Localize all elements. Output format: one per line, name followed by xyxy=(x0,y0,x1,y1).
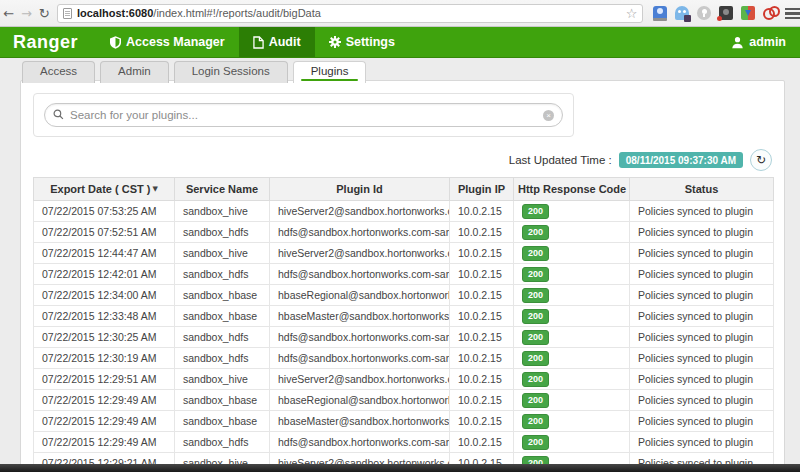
cell-http-response-code: 200 xyxy=(514,264,630,285)
table-header-row: Export Date ( CST )▼ Service Name Plugin… xyxy=(34,178,774,201)
cell-status: Policies synced to plugin xyxy=(630,285,774,306)
response-code-badge: 200 xyxy=(522,372,549,387)
cell-service-name: sandbox_hdfs xyxy=(175,327,270,348)
column-http-response-code: Http Response Code xyxy=(514,178,630,201)
extension-person-icon[interactable] xyxy=(653,6,667,20)
table-row: 07/22/2015 12:30:25 AM sandbox_hdfs hdfs… xyxy=(34,327,774,348)
cell-status: Policies synced to plugin xyxy=(630,390,774,411)
column-status: Status xyxy=(630,178,774,201)
cell-export-date: 07/22/2015 12:30:25 AM xyxy=(34,327,175,348)
response-code-badge: 200 xyxy=(522,225,549,240)
forward-icon[interactable]: → xyxy=(18,6,36,21)
cell-plugin-ip: 10.0.2.15 xyxy=(450,306,514,327)
url-bar[interactable]: localhost:6080/index.html#!/reports/audi… xyxy=(57,4,643,23)
page-icon xyxy=(63,8,72,19)
tab-access[interactable]: Access xyxy=(22,61,95,83)
cell-service-name: sandbox_hive xyxy=(175,201,270,222)
table-row: 07/22/2015 07:53:25 AM sandbox_hive hive… xyxy=(34,201,774,222)
tab-login-sessions[interactable]: Login Sessions xyxy=(174,61,288,83)
refresh-button[interactable]: ↻ xyxy=(750,149,772,171)
cell-export-date: 07/22/2015 07:52:51 AM xyxy=(34,222,175,243)
cell-plugin-id: hdfs@sandbox.hortonworks.com-sandb... xyxy=(270,432,450,453)
cell-plugin-id: hbaseRegional@sandbox.hortonworks.c... xyxy=(270,390,450,411)
response-code-badge: 200 xyxy=(522,351,549,366)
extension-photos-icon[interactable] xyxy=(741,6,755,20)
bookmark-star-icon[interactable]: ☆ xyxy=(626,6,638,21)
last-updated-label: Last Updated Time : xyxy=(509,154,612,166)
cell-http-response-code: 200 xyxy=(514,243,630,264)
cell-http-response-code: 200 xyxy=(514,390,630,411)
cell-plugin-id: hiveServer2@sandbox.hortonworks.com... xyxy=(270,243,450,264)
tab-plugins[interactable]: Plugins xyxy=(293,61,367,83)
plugins-panel: × Last Updated Time : 08/11/2015 09:37:3… xyxy=(20,80,785,472)
nav-audit[interactable]: Audit xyxy=(239,27,315,57)
response-code-badge: 200 xyxy=(522,267,549,282)
cell-plugin-id: hiveServer2@sandbox.hortonworks.com... xyxy=(270,201,450,222)
tab-admin[interactable]: Admin xyxy=(100,61,169,83)
cell-http-response-code: 200 xyxy=(514,369,630,390)
nav-item-label: Access Manager xyxy=(126,35,225,49)
back-icon[interactable]: ← xyxy=(0,6,18,21)
person-icon xyxy=(731,36,744,49)
cell-plugin-ip: 10.0.2.15 xyxy=(450,411,514,432)
cell-export-date: 07/22/2015 12:29:51 AM xyxy=(34,369,175,390)
cell-export-date: 07/22/2015 12:42:01 AM xyxy=(34,264,175,285)
last-updated-row: Last Updated Time : 08/11/2015 09:37:30 … xyxy=(33,149,772,171)
cell-export-date: 07/22/2015 12:44:47 AM xyxy=(34,243,175,264)
search-icon xyxy=(53,106,64,124)
cell-export-date: 07/22/2015 12:33:48 AM xyxy=(34,306,175,327)
reload-icon[interactable]: ↻ xyxy=(35,6,53,21)
cell-status: Policies synced to plugin xyxy=(630,201,774,222)
search-input[interactable] xyxy=(70,109,543,121)
cell-export-date: 07/22/2015 12:34:00 AM xyxy=(34,285,175,306)
extension-camera-icon[interactable] xyxy=(719,6,733,20)
cell-plugin-ip: 10.0.2.15 xyxy=(450,285,514,306)
cell-status: Policies synced to plugin xyxy=(630,411,774,432)
nav-access-manager[interactable]: Access Manager xyxy=(96,27,239,57)
response-code-badge: 200 xyxy=(522,288,549,303)
table-row: 07/22/2015 12:29:49 AM sandbox_hdfs hdfs… xyxy=(34,432,774,453)
cell-plugin-id: hbaseMaster@sandbox.hortonworks.co... xyxy=(270,306,450,327)
browser-toolbar: ← → ↻ localhost:6080/index.html#!/report… xyxy=(0,0,800,27)
table-row: 07/22/2015 12:29:51 AM sandbox_hive hive… xyxy=(34,369,774,390)
table-row: 07/22/2015 12:34:00 AM sandbox_hbase hba… xyxy=(34,285,774,306)
cell-plugin-id: hdfs@sandbox.hortonworks.com-sandb... xyxy=(270,222,450,243)
column-export-date[interactable]: Export Date ( CST )▼ xyxy=(34,178,175,201)
plugin-search[interactable]: × xyxy=(44,103,563,127)
cell-http-response-code: 200 xyxy=(514,285,630,306)
clear-search-icon[interactable]: × xyxy=(543,110,554,121)
cell-export-date: 07/22/2015 12:29:49 AM xyxy=(34,432,175,453)
cell-plugin-id: hdfs@sandbox.hortonworks.com-sandb... xyxy=(270,327,450,348)
column-plugin-ip: Plugin IP xyxy=(450,178,514,201)
extension-bulb-icon[interactable] xyxy=(697,6,711,20)
cell-service-name: sandbox_hive xyxy=(175,243,270,264)
cell-service-name: sandbox_hdfs xyxy=(175,432,270,453)
cell-status: Policies synced to plugin xyxy=(630,243,774,264)
cell-service-name: sandbox_hbase xyxy=(175,411,270,432)
extension-rings-icon[interactable] xyxy=(763,6,777,20)
cell-status: Policies synced to plugin xyxy=(630,348,774,369)
response-code-badge: 200 xyxy=(522,414,549,429)
user-menu[interactable]: admin xyxy=(717,27,800,57)
extension-ghost-icon[interactable] xyxy=(675,6,689,20)
document-icon xyxy=(253,36,264,49)
cell-service-name: sandbox_hive xyxy=(175,369,270,390)
cell-plugin-id: hiveServer2@sandbox.hortonworks.com... xyxy=(270,369,450,390)
cell-export-date: 07/22/2015 07:53:25 AM xyxy=(34,201,175,222)
response-code-badge: 200 xyxy=(522,309,549,324)
table-row: 07/22/2015 12:29:49 AM sandbox_hbase hba… xyxy=(34,390,774,411)
app-logo: Ranger xyxy=(0,32,96,53)
cell-plugin-ip: 10.0.2.15 xyxy=(450,390,514,411)
cell-plugin-id: hdfs@sandbox.hortonworks.com-sandb... xyxy=(270,348,450,369)
cell-http-response-code: 200 xyxy=(514,411,630,432)
plugins-table: Export Date ( CST )▼ Service Name Plugin… xyxy=(33,177,774,472)
dock-bar xyxy=(0,464,800,472)
column-service-name: Service Name xyxy=(175,178,270,201)
cell-service-name: sandbox_hbase xyxy=(175,285,270,306)
cell-http-response-code: 200 xyxy=(514,432,630,453)
cell-plugin-ip: 10.0.2.15 xyxy=(450,222,514,243)
cell-http-response-code: 200 xyxy=(514,327,630,348)
nav-settings[interactable]: Settings xyxy=(315,27,409,57)
gear-icon xyxy=(329,36,341,48)
browser-menu-icon[interactable] xyxy=(785,8,800,19)
